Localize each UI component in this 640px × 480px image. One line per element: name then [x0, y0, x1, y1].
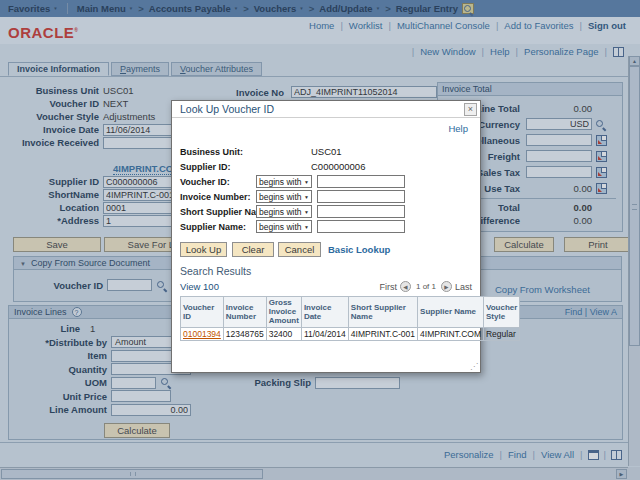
cell-invoice-date: 11/04/2014 [301, 327, 348, 340]
short-supplier-search-input[interactable] [317, 205, 405, 218]
table-row: 01001394 12348765 32400 11/04/2014 4IMPR… [181, 327, 520, 340]
voucher-id-operator-select[interactable]: begins with [256, 175, 312, 188]
lookup-supplier-name-label: Supplier Name: [180, 222, 256, 232]
column-voucher-style: Voucher Style [483, 297, 519, 328]
supplier-name-search-input[interactable] [317, 220, 405, 233]
cell-invoice-number: 12348765 [223, 327, 266, 340]
cell-supplier-name: 4IMPRINT.COM [418, 327, 484, 340]
lookup-business-unit-row: Business Unit: USC01 [180, 144, 472, 159]
lookup-supplier-id-row: Supplier ID: C000000006 [180, 159, 472, 174]
supplier-name-operator-select[interactable]: begins with [256, 220, 312, 233]
pagination: First 1 of 1 Last [379, 281, 472, 292]
pagination-first[interactable]: First [379, 282, 397, 292]
cancel-button[interactable]: Cancel [278, 242, 321, 257]
voucher-id-search-input[interactable] [317, 175, 405, 188]
column-invoice-number: Invoice Number [223, 297, 266, 328]
basic-lookup-link[interactable]: Basic Lookup [328, 244, 390, 255]
column-invoice-date: Invoice Date [301, 297, 348, 328]
cell-short-supplier-name: 4IMPRINT.C-001 [348, 327, 417, 340]
clear-button[interactable]: Clear [232, 242, 274, 257]
lookup-supplier-name-row: Supplier Name: begins with [180, 219, 472, 234]
next-page-icon[interactable] [441, 281, 452, 292]
invoice-number-operator-select[interactable]: begins with [256, 190, 312, 203]
search-results-title: Search Results [180, 265, 472, 277]
lookup-short-supplier-label: Short Supplier Name: [180, 207, 256, 217]
column-supplier-name: Supplier Name [418, 297, 484, 328]
lookup-business-unit-value: USC01 [311, 146, 342, 157]
lookup-voucher-id-label: Voucher ID: [180, 177, 256, 187]
modal-button-row: Look Up Clear Cancel Basic Lookup [180, 242, 472, 257]
view-100-link[interactable]: View 100 [180, 281, 219, 292]
results-toolbar: View 100 First 1 of 1 Last [180, 281, 472, 292]
short-supplier-operator-select[interactable]: begins with [256, 205, 312, 218]
modal-resize-grip[interactable] [470, 362, 478, 371]
pagination-page-indicator: 1 of 1 [416, 282, 436, 291]
previous-page-icon[interactable] [400, 281, 411, 292]
close-icon[interactable] [464, 103, 477, 116]
lookup-supplier-id-value: C000000006 [311, 161, 365, 172]
lookup-invoice-number-row: Invoice Number: begins with [180, 189, 472, 204]
table-header-row: Voucher ID Invoice Number Gross Invoice … [181, 297, 520, 328]
lookup-voucher-id-row: Voucher ID: begins with [180, 174, 472, 189]
column-gross-invoice-amount: Gross Invoice Amount [266, 297, 301, 328]
cell-voucher-id: 01001394 [181, 327, 224, 340]
lookup-business-unit-label: Business Unit: [180, 147, 256, 157]
column-short-supplier-name: Short Supplier Name [348, 297, 417, 328]
modal-title-bar: Look Up Voucher ID [172, 101, 480, 118]
lookup-supplier-id-label: Supplier ID: [180, 162, 256, 172]
cell-voucher-style: Regular [483, 327, 519, 340]
lookup-short-supplier-row: Short Supplier Name: begins with [180, 204, 472, 219]
modal-title: Look Up Voucher ID [180, 103, 274, 115]
column-voucher-id: Voucher ID [181, 297, 224, 328]
peoplesoft-voucher-page: Favorites Main Menu Accounts Payable Vou… [0, 0, 640, 480]
voucher-result-link[interactable]: 01001394 [183, 329, 221, 339]
pagination-last[interactable]: Last [455, 282, 472, 292]
modal-help-link[interactable]: Help [448, 123, 468, 134]
modal-body: Business Unit: USC01 Supplier ID: C00000… [172, 118, 480, 341]
search-results-table: Voucher ID Invoice Number Gross Invoice … [180, 296, 520, 341]
lookup-invoice-number-label: Invoice Number: [180, 192, 256, 202]
lookup-voucher-modal: Look Up Voucher ID Help Business Unit: U… [171, 100, 481, 373]
look-up-button[interactable]: Look Up [180, 242, 227, 257]
cell-gross-invoice-amount: 32400 [266, 327, 301, 340]
invoice-number-search-input[interactable] [317, 190, 405, 203]
